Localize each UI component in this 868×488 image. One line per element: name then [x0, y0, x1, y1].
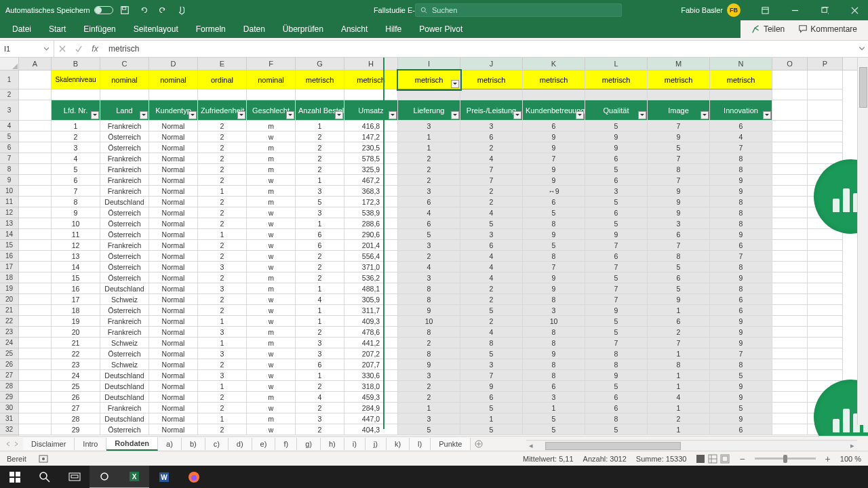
cell[interactable]: 230,5: [344, 142, 398, 153]
cell[interactable]: 9: [523, 164, 585, 175]
cell[interactable]: m: [247, 121, 296, 131]
table-header[interactable]: Image: [648, 100, 710, 121]
cell[interactable]: Frankreich: [100, 240, 149, 251]
cell[interactable]: 7: [523, 262, 585, 272]
cell[interactable]: 4: [296, 392, 344, 403]
cell[interactable]: 1: [198, 381, 247, 392]
cell[interactable]: 7: [585, 338, 648, 348]
cell[interactable]: 5: [523, 240, 585, 251]
cell[interactable]: 1: [198, 229, 247, 240]
cell[interactable]: 6: [585, 207, 648, 218]
cell[interactable]: 6: [398, 197, 460, 207]
cell[interactable]: 3: [198, 327, 247, 338]
cell[interactable]: 2: [296, 262, 344, 272]
cell[interactable]: 8: [52, 197, 100, 207]
cell[interactable]: 23: [52, 359, 100, 370]
cell[interactable]: Frankreich: [100, 316, 149, 327]
cell[interactable]: 26: [52, 392, 100, 403]
cell[interactable]: 2: [648, 327, 710, 338]
cell[interactable]: 3: [296, 338, 344, 348]
cell[interactable]: w: [247, 218, 296, 229]
sheet-tab[interactable]: c): [205, 438, 229, 450]
cell[interactable]: 5: [585, 381, 648, 392]
share-button[interactable]: Teilen: [751, 24, 785, 34]
cell[interactable]: 8: [710, 262, 772, 272]
cell[interactable]: 8: [523, 218, 585, 229]
sheet-tab[interactable]: k): [387, 438, 410, 450]
cell[interactable]: Normal: [149, 327, 198, 338]
cell[interactable]: Normal: [149, 403, 198, 413]
cell[interactable]: 2: [398, 153, 460, 164]
cell[interactable]: 8: [585, 359, 648, 370]
cell[interactable]: 330,6: [344, 370, 398, 381]
cell[interactable]: 5: [52, 164, 100, 175]
cell[interactable]: 538,9: [344, 207, 398, 218]
cell[interactable]: Österreich: [100, 207, 149, 218]
column-header[interactable]: J: [460, 58, 523, 70]
cell[interactable]: 9: [398, 305, 460, 316]
cell[interactable]: 6: [523, 381, 585, 392]
cell[interactable]: 147,2: [344, 131, 398, 142]
cell[interactable]: 5: [585, 316, 648, 327]
cell[interactable]: 2: [198, 121, 247, 131]
cell[interactable]: 556,4: [344, 251, 398, 262]
cell[interactable]: 8: [523, 370, 585, 381]
column-header[interactable]: D: [149, 58, 198, 70]
cell[interactable]: 7: [648, 175, 710, 186]
cell[interactable]: m: [247, 142, 296, 153]
cell[interactable]: 5: [460, 305, 523, 316]
cell[interactable]: 9: [648, 207, 710, 218]
cell[interactable]: Frankreich: [100, 153, 149, 164]
cell[interactable]: Deutschland: [100, 381, 149, 392]
cell[interactable]: Normal: [149, 197, 198, 207]
cell[interactable]: 2: [198, 272, 247, 283]
cell[interactable]: 4: [710, 131, 772, 142]
zoom-slider[interactable]: [755, 458, 816, 460]
cell[interactable]: Normal: [149, 338, 198, 348]
cell[interactable]: 9: [648, 197, 710, 207]
taskbar[interactable]: X W: [0, 466, 868, 488]
sheet-tab[interactable]: Punkte: [431, 438, 471, 450]
cancel-formula-icon[interactable]: [54, 41, 71, 57]
cell[interactable]: 447,0: [344, 413, 398, 424]
cell[interactable]: 2: [460, 283, 523, 294]
cell[interactable]: 2: [296, 164, 344, 175]
cell[interactable]: Normal: [149, 240, 198, 251]
sheet-tab[interactable]: j): [366, 438, 387, 450]
ribbon-display-button[interactable]: [751, 0, 778, 20]
cell[interactable]: Normal: [149, 262, 198, 272]
cell[interactable]: 2: [460, 316, 523, 327]
cell[interactable]: 3: [198, 348, 247, 359]
cell[interactable]: 6: [296, 359, 344, 370]
cell[interactable]: 578,5: [344, 153, 398, 164]
cell[interactable]: 441,2: [344, 338, 398, 348]
cell[interactable]: 9: [523, 131, 585, 142]
cell[interactable]: 2: [460, 142, 523, 153]
cell[interactable]: w: [247, 229, 296, 240]
cell[interactable]: Normal: [149, 392, 198, 403]
cell[interactable]: 1: [460, 413, 523, 424]
cell[interactable]: 5: [523, 424, 585, 435]
cell[interactable]: 8: [398, 327, 460, 338]
cell[interactable]: 9: [710, 338, 772, 348]
cell[interactable]: Normal: [149, 283, 198, 294]
cell[interactable]: 22: [52, 348, 100, 359]
cell[interactable]: Österreich: [100, 131, 149, 142]
cell[interactable]: w: [247, 294, 296, 305]
cell[interactable]: 311,7: [344, 305, 398, 316]
cell[interactable]: 2: [198, 153, 247, 164]
column-header[interactable]: H: [344, 58, 398, 70]
horizontal-scrollbar[interactable]: ◂▸: [526, 440, 857, 451]
cell[interactable]: 4: [398, 262, 460, 272]
sheet-tab[interactable]: f): [275, 438, 297, 450]
cell[interactable]: 7: [648, 121, 710, 131]
cell[interactable]: 9: [523, 229, 585, 240]
cell[interactable]: 2: [198, 251, 247, 262]
column-headers[interactable]: ABCDEFGHIJKLMNOP: [19, 58, 868, 70]
cell[interactable]: m: [247, 272, 296, 283]
cell[interactable]: 1: [398, 131, 460, 142]
cell[interactable]: 19: [52, 316, 100, 327]
cell[interactable]: 1: [648, 305, 710, 316]
cell[interactable]: 10: [52, 218, 100, 229]
cell[interactable]: Normal: [149, 153, 198, 164]
